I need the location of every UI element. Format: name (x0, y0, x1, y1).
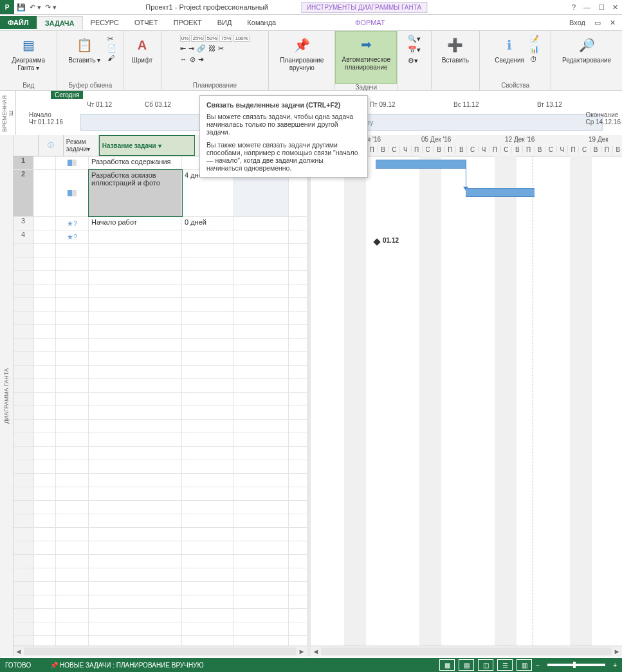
table-row[interactable] (14, 339, 307, 352)
timeline-end: ОкончаниеСр 14.12.16 (586, 111, 621, 126)
notes-icon[interactable]: 📝 (530, 35, 539, 43)
table-row[interactable] (14, 514, 307, 528)
table-row[interactable] (14, 285, 307, 298)
tab-view[interactable]: ВИД (210, 16, 240, 29)
inspect-icon[interactable]: 🔍▾ (408, 35, 421, 43)
font-button[interactable]: AШрифт (129, 32, 155, 64)
tab-file[interactable]: ФАЙЛ (0, 16, 37, 29)
table-row[interactable] (14, 541, 307, 555)
login-button[interactable]: Вход (569, 19, 585, 26)
gantt-tools-tab[interactable]: ИНСТРУМЕНТЫ ДИАГРАММЫ ГАНТА (301, 2, 427, 13)
split-icon[interactable]: ✂ (218, 44, 224, 53)
tab-team[interactable]: Команда (239, 16, 284, 29)
zoom-out-icon[interactable]: − (536, 662, 540, 669)
editing-button[interactable]: 🔎Редактирование (558, 32, 616, 64)
table-row[interactable] (14, 474, 307, 487)
link-icon[interactable]: 🔗 (197, 44, 206, 53)
col-mode[interactable]: Режим задачи▾ (64, 135, 99, 156)
help-icon[interactable]: ? (572, 3, 576, 12)
view-report-icon[interactable]: ▥ (517, 659, 532, 671)
gantt-chart[interactable]: Ноя '16 05 Дек '16 12 Дек '16 19 Дек СЧП… (311, 135, 622, 657)
table-row[interactable] (14, 312, 307, 325)
table-row[interactable] (14, 406, 307, 420)
view-gantt-icon[interactable]: ▦ (439, 659, 455, 671)
move-task-icon[interactable]: 📅▾ (408, 46, 421, 54)
respect-links-icon[interactable]: ↔ (180, 55, 187, 64)
insert-task-button[interactable]: ➕Вставить (437, 32, 473, 64)
table-row[interactable] (14, 595, 307, 609)
table-hscroll[interactable]: ◄► (14, 646, 307, 657)
maximize-icon[interactable]: ☐ (598, 3, 605, 12)
zoom-in-icon[interactable]: + (613, 662, 617, 669)
table-row[interactable] (14, 582, 307, 595)
table-row[interactable] (14, 393, 307, 406)
status-schedule-mode[interactable]: 📌 НОВЫЕ ЗАДАЧИ : ПЛАНИРОВАНИЕ ВРУЧНУЮ (50, 662, 203, 669)
view-team-icon[interactable]: ◫ (478, 659, 493, 671)
task-table: ⓘ Режим задачи▾ Название задачи ▾ 1 Разр… (14, 135, 311, 657)
table-row[interactable] (14, 366, 307, 379)
indent-icon[interactable]: ⇥ (188, 44, 194, 53)
task-bar-1[interactable] (376, 160, 466, 169)
table-row[interactable]: 3 ★? Начало работ 0 дней (14, 217, 307, 230)
minimize-icon[interactable]: — (583, 3, 590, 12)
inactivate-icon[interactable]: ⊘ (190, 55, 196, 64)
tab-report[interactable]: ОТЧЕТ (127, 16, 166, 29)
tab-task[interactable]: ЗАДАЧА (37, 16, 83, 30)
ribbon-collapse-icon[interactable]: ▭ (594, 19, 601, 27)
mode-icon[interactable]: ⚙▾ (408, 57, 418, 65)
table-row[interactable] (14, 528, 307, 541)
cut-icon[interactable]: ✂ (107, 35, 116, 43)
tab-resource[interactable]: РЕСУРС (83, 16, 127, 29)
zoom-slider[interactable] (547, 664, 605, 666)
table-row[interactable] (14, 379, 307, 393)
table-row[interactable]: 4 ★? (14, 230, 307, 244)
ribbon: ▤Диаграмма Ганта ▾ Вид 📋Вставить ▾ ✂ 📄 🖌… (0, 31, 622, 91)
table-row[interactable] (14, 420, 307, 433)
unlink-icon[interactable]: ⛓ (208, 44, 215, 53)
table-row[interactable] (14, 487, 307, 501)
format-painter-icon[interactable]: 🖌 (107, 54, 116, 62)
table-row[interactable] (14, 271, 307, 285)
view-resource-icon[interactable]: ☰ (497, 659, 513, 671)
table-row[interactable] (14, 622, 307, 636)
table-row[interactable] (14, 447, 307, 460)
table-row[interactable] (14, 325, 307, 339)
close-icon[interactable]: ✕ (612, 3, 618, 12)
close-doc-icon[interactable]: ✕ (610, 19, 616, 27)
paste-button[interactable]: 📋Вставить ▾ (64, 32, 105, 64)
table-row[interactable] (14, 609, 307, 622)
gantt-hscroll[interactable]: ◄► (311, 646, 622, 657)
table-row[interactable] (14, 501, 307, 514)
details-icon[interactable]: 📊 (530, 45, 539, 53)
outdent-icon[interactable]: ⇤ (180, 44, 186, 53)
table-row[interactable] (14, 555, 307, 568)
table-row[interactable] (14, 433, 307, 447)
table-row[interactable] (14, 257, 307, 271)
tab-format[interactable]: ФОРМАТ (347, 16, 393, 29)
undo-icon[interactable]: ↶ ▾ (30, 3, 41, 12)
redo-icon[interactable]: ↷ ▾ (45, 3, 57, 12)
table-row[interactable] (14, 460, 307, 474)
tab-project[interactable]: ПРОЕКТ (166, 16, 210, 29)
timeline-tick: Вс 11.12 (453, 101, 479, 108)
move-icon[interactable]: ➜ (198, 55, 204, 64)
save-icon[interactable]: 💾 (17, 3, 26, 12)
col-info[interactable]: ⓘ (39, 135, 64, 156)
table-row[interactable] (14, 352, 307, 366)
task-bar-2[interactable] (466, 188, 535, 197)
auto-schedule-button[interactable]: ➡Автоматическое планирование (335, 31, 397, 84)
table-row[interactable] (14, 298, 307, 312)
table-row[interactable] (14, 568, 307, 582)
gantt-chart-button[interactable]: ▤Диаграмма Ганта ▾ (8, 32, 49, 72)
manual-schedule-button[interactable]: 📌Планирование вручную (281, 32, 322, 72)
gantt-body[interactable]: 01.12 (311, 156, 622, 646)
task-info-button[interactable]: ℹСведения (491, 32, 527, 64)
col-name[interactable]: Название задачи ▾ (99, 135, 196, 156)
table-row[interactable] (14, 636, 307, 646)
copy-icon[interactable]: 📄 (107, 44, 116, 53)
table-row[interactable] (14, 244, 307, 257)
timeline-add-icon[interactable]: ⏱ (530, 55, 539, 63)
view-usage-icon[interactable]: ▤ (459, 659, 474, 671)
milestone-3[interactable] (373, 238, 380, 245)
percent-complete-row[interactable]: 0%25%50%75%100% (180, 35, 250, 42)
